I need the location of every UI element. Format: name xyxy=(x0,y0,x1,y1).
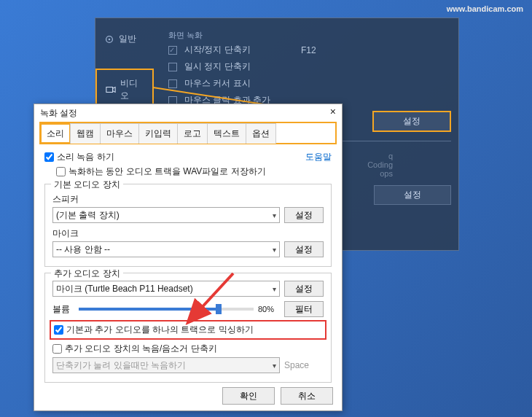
bg-sidebar: 일반 비디오 xyxy=(95,26,154,111)
checkbox-label: 기본과 추가 오디오를 하나의 트랙으로 믹싱하기 xyxy=(66,324,254,336)
chevron-down-icon: ▾ xyxy=(273,246,276,254)
speaker-settings-button[interactable]: 설정 xyxy=(284,207,324,223)
tab-keyinput[interactable]: 키입력 xyxy=(138,123,178,144)
mic-label: 마이크 xyxy=(52,227,324,240)
checkbox-icon[interactable] xyxy=(168,79,177,88)
record-sound-checkbox[interactable] xyxy=(44,152,54,162)
secondary-audio-fieldset: 추가 오디오 장치 마이크 (Turtle Beach P11 Headset)… xyxy=(44,273,332,383)
gear-icon xyxy=(104,34,114,44)
fieldset-legend: 기본 오디오 장치 xyxy=(51,179,123,191)
volume-label: 볼륨 xyxy=(52,303,74,316)
dialog-titlebar: 녹화 설정 × xyxy=(34,104,342,122)
bg-settings-button[interactable]: 설정 xyxy=(372,111,451,132)
sidebar-label: 일반 xyxy=(119,33,136,45)
bg-value: F12 xyxy=(301,45,316,55)
checkbox-label: 녹화하는 동안 오디오 트랙을 WAV파일로 저장하기 xyxy=(69,165,266,178)
filter-button[interactable]: 필터 xyxy=(284,301,324,317)
tab-options[interactable]: 옵션 xyxy=(246,123,276,144)
close-icon[interactable]: × xyxy=(330,107,336,120)
mic-settings-button[interactable]: 설정 xyxy=(284,241,324,257)
dialog-body: 도움말 소리 녹음 하기 녹화하는 동안 오디오 트랙을 WAV파일로 저장하기… xyxy=(34,144,342,396)
tab-webcam[interactable]: 웹캠 xyxy=(70,123,101,144)
mix-one-track-checkbox[interactable] xyxy=(54,325,63,335)
highlight-mix-one-track: 기본과 추가 오디오를 하나의 트랙으로 믹싱하기 xyxy=(50,320,326,340)
dialog-title-text: 녹화 설정 xyxy=(40,107,77,120)
speaker-label: 스피커 xyxy=(52,193,324,206)
slider-fill xyxy=(79,308,219,311)
bg-label: 시작/정지 단축키 xyxy=(184,44,294,56)
bg-row-rec-hotkey: 시작/정지 단축키 F12 xyxy=(168,44,451,56)
dialog-footer: 확인 취소 xyxy=(222,387,333,405)
mute-hotkey-check-row: 추가 오디오 장치의 녹음/음소거 단축키 xyxy=(52,343,324,355)
chevron-down-icon: ▾ xyxy=(273,285,276,293)
tab-logo[interactable]: 로고 xyxy=(177,123,208,144)
checkbox-icon[interactable] xyxy=(168,63,177,71)
checkbox-label: 소리 녹음 하기 xyxy=(57,151,114,163)
mute-hotkey-checkbox[interactable] xyxy=(52,344,62,354)
mute-hotkey-value: Space xyxy=(284,360,324,370)
primary-audio-fieldset: 기본 오디오 장치 스피커 (기본 출력 장치) ▾ 설정 마이크 -- 사용 … xyxy=(44,184,332,267)
bg-settings-button-2[interactable]: 설정 xyxy=(374,185,451,205)
cancel-button[interactable]: 취소 xyxy=(281,387,333,405)
select-value: 단축키가 눌려 있을때만 녹음하기 xyxy=(56,359,186,372)
dialog-tabs: 소리 웹캠 마우스 키입력 로고 텍스트 옵션 xyxy=(40,122,336,144)
svg-point-1 xyxy=(109,38,111,40)
tab-mouse[interactable]: 마우스 xyxy=(100,123,139,144)
fieldset-legend: 추가 오디오 장치 xyxy=(51,268,123,280)
chevron-down-icon: ▾ xyxy=(273,362,276,370)
volume-row: 볼륨 80% 필터 xyxy=(52,301,324,317)
watermark-text: www.bandicam.com xyxy=(447,4,523,13)
chevron-down-icon: ▾ xyxy=(273,211,276,219)
mic-select[interactable]: -- 사용 안함 -- ▾ xyxy=(52,241,280,257)
record-sound-check-row: 소리 녹음 하기 xyxy=(44,151,305,163)
speaker-select[interactable]: (기본 출력 장치) ▾ xyxy=(52,207,280,223)
volume-slider[interactable] xyxy=(79,308,254,311)
checkbox-icon[interactable] xyxy=(168,46,177,55)
mix-check-row: 기본과 추가 오디오를 하나의 트랙으로 믹싱하기 xyxy=(54,324,322,336)
mute-mode-select: 단축키가 눌려 있을때만 녹음하기 ▾ xyxy=(52,357,280,373)
bg-section-label: 화면 녹화 xyxy=(168,30,451,41)
bg-label: 일시 정지 단축키 xyxy=(184,61,251,73)
bg-row-pause-hotkey: 일시 정지 단축키 xyxy=(168,61,451,73)
slider-thumb[interactable] xyxy=(216,304,222,314)
bg-row-cursor: 마우스 커서 표시 xyxy=(168,77,451,90)
select-value: -- 사용 안함 -- xyxy=(56,243,110,256)
save-wav-checkbox[interactable] xyxy=(56,167,66,176)
save-wav-check-row: 녹화하는 동안 오디오 트랙을 WAV파일로 저장하기 xyxy=(56,165,332,178)
bg-label: 마우스 커서 표시 xyxy=(184,77,251,90)
secondary-settings-button[interactable]: 설정 xyxy=(284,281,324,297)
tab-sound[interactable]: 소리 xyxy=(40,123,71,144)
volume-percent: 80% xyxy=(258,305,280,313)
checkbox-label: 추가 오디오 장치의 녹음/음소거 단축키 xyxy=(65,343,217,355)
secondary-device-select[interactable]: 마이크 (Turtle Beach P11 Headset) ▾ xyxy=(52,281,280,297)
sidebar-label: 비디오 xyxy=(120,77,144,102)
video-icon xyxy=(106,85,116,95)
help-link[interactable]: 도움말 xyxy=(305,151,332,163)
select-value: 마이크 (Turtle Beach P11 Headset) xyxy=(56,283,193,295)
svg-rect-2 xyxy=(106,87,113,93)
tab-text[interactable]: 텍스트 xyxy=(207,123,246,144)
select-value: (기본 출력 장치) xyxy=(56,209,120,222)
ok-button[interactable]: 확인 xyxy=(222,387,275,405)
record-settings-dialog: 녹화 설정 × 소리 웹캠 마우스 키입력 로고 텍스트 옵션 도움말 소리 녹… xyxy=(34,104,343,411)
sidebar-item-general[interactable]: 일반 xyxy=(95,26,154,52)
